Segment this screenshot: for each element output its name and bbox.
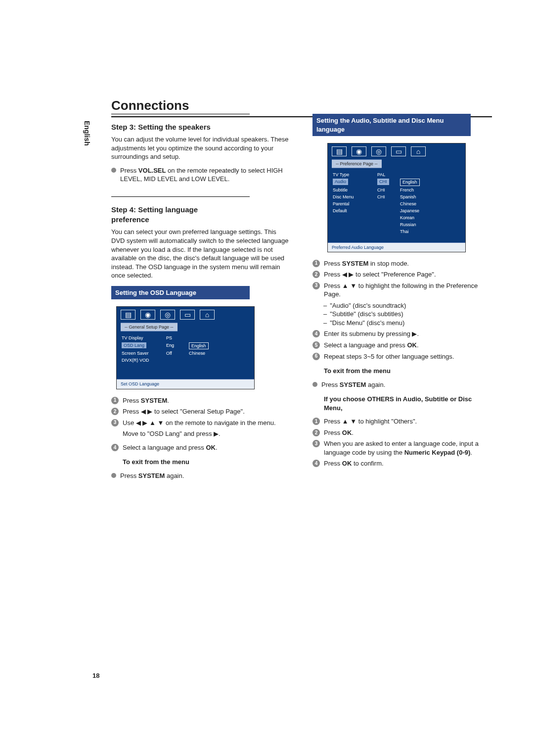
figure-tab-row: ▤ ◉ ◎ ▭ ⌂ [117, 307, 254, 323]
step-num-4: 4Enter its submenu by pressing ▶. [312, 330, 492, 338]
language-tab: English [83, 121, 91, 146]
content-columns: Step 3: Setting the speakers You can adj… [111, 114, 492, 482]
tab-icon: ⌂ [200, 310, 215, 320]
step4-text: You can select your own preferred langua… [111, 228, 291, 280]
bullet-icon [111, 473, 116, 478]
step-rule [111, 114, 250, 114]
dash-subtitle: – "Subtitle" (disc's subtitles) [323, 310, 492, 319]
dash-discmenu: –"Disc Menu" (disc's menu) [323, 319, 492, 328]
step4-heading: Step 4: Setting language preference [111, 205, 230, 225]
num-badge-icon: 3 [312, 440, 320, 447]
step-num-2: 2Press ◀ ▶ to select "Preference Page". [312, 270, 492, 279]
step-num-2: 2Press ◀ ▶ to select "General Setup Page… [111, 407, 291, 416]
step3-text: You can adjust the volume level for indi… [111, 135, 291, 161]
tab-icon: ◎ [160, 310, 175, 320]
step-num-3: 3Use ◀ ▶ ▲ ▼ on the remote to navigate i… [111, 419, 291, 427]
others-1: 1Press ▲ ▼ to highlight "Others". [312, 417, 492, 426]
figure-tab-row: ▤ ◉ ◎ ▭ ⌂ [328, 143, 465, 159]
step-num-1: 1Press SYSTEM in stop mode. [312, 259, 492, 268]
num-badge-icon: 3 [111, 419, 119, 426]
tab-icon: ⌂ [411, 146, 426, 156]
exit-bullet: Press SYSTEM again. [312, 380, 492, 389]
osd-language-bar: Setting the OSD Language [111, 286, 250, 300]
step-num-6: 6Repeat steps 3~5 for other language set… [312, 352, 492, 361]
tab-icon: ▤ [121, 310, 135, 320]
num-badge-icon: 2 [312, 429, 320, 436]
num-badge-icon: 2 [111, 408, 119, 415]
others-4: 4Press OK to confirm. [312, 459, 492, 468]
figure-body: TV DisplayPS OSD LangEngEnglish Screen S… [117, 331, 254, 379]
num-badge-icon: 1 [312, 260, 320, 267]
figure-title: -- General Setup Page -- [121, 323, 178, 331]
num-badge-icon: 1 [312, 418, 320, 425]
num-badge-icon: 6 [312, 353, 320, 360]
preference-page-figure: ▤ ◉ ◎ ▭ ⌂ -- Preference Page -- TV TypeP… [327, 143, 466, 252]
figure-footer: Set OSD Language [117, 379, 254, 388]
others-3: 3When you are asked to enter a language … [312, 439, 492, 457]
tab-icon: ◎ [371, 146, 386, 156]
num-badge-icon: 2 [312, 271, 320, 278]
osd-setup-figure: ▤ ◉ ◎ ▭ ⌂ -- General Setup Page -- TV Di… [116, 306, 255, 389]
num-badge-icon: 3 [312, 282, 320, 289]
tab-icon: ▭ [391, 146, 406, 156]
bullet-text: Press VOL.SEL on the remote repeatedly t… [120, 166, 291, 184]
audio-subtitle-bar: Setting the Audio, Subtitle and Disc Men… [312, 114, 471, 136]
manual-page: English Connections Step 3: Setting the … [0, 0, 534, 756]
bullet-icon [312, 382, 317, 387]
figure-footer: Preferred Audio Language [328, 242, 465, 252]
exit-bullet: Press SYSTEM again. [111, 472, 291, 480]
figure-title: -- Preference Page -- [332, 159, 382, 168]
tab-icon: ◉ [352, 146, 366, 156]
num-badge-icon: 4 [312, 460, 320, 467]
left-column: Step 3: Setting the speakers You can adj… [111, 114, 291, 482]
step3-heading: Step 3: Setting the speakers [111, 122, 291, 132]
exit-heading: To exit from the menu [123, 458, 291, 467]
step-num-1: 1Press SYSTEM. [111, 396, 291, 405]
step-num-3: 3Press ▲ ▼ to highlight the following in… [312, 282, 492, 299]
step-num-5: 5Select a language and press OK. [312, 341, 492, 350]
others-2: 2Press OK. [312, 428, 492, 437]
page-number: 18 [92, 672, 99, 679]
page-title: Connections [111, 98, 492, 113]
step-3-sub: Move to "OSD Lang" and press ▶. [123, 429, 291, 438]
tab-icon: ◉ [140, 310, 155, 320]
tab-icon: ▤ [332, 146, 347, 156]
dash-audio: –"Audio" (disc's soundtrack) [323, 301, 492, 310]
vol-sel-bullet: Press VOL.SEL on the remote repeatedly t… [111, 166, 291, 184]
num-badge-icon: 5 [312, 341, 320, 349]
exit-heading: To exit from the menu [324, 367, 492, 376]
right-column: Setting the Audio, Subtitle and Disc Men… [312, 114, 492, 482]
step-rule [111, 196, 250, 197]
bullet-icon [111, 168, 116, 173]
num-badge-icon: 4 [111, 444, 119, 451]
num-badge-icon: 1 [111, 397, 119, 404]
tab-icon: ▭ [180, 310, 195, 320]
others-heading: If you choose OTHERS in Audio, Subtitle … [324, 395, 492, 412]
step-num-4: 4Select a language and press OK. [111, 443, 291, 452]
figure-body: TV TypePAL AudioCHIEnglish SubtitleCHIFr… [328, 168, 465, 242]
num-badge-icon: 4 [312, 330, 320, 337]
